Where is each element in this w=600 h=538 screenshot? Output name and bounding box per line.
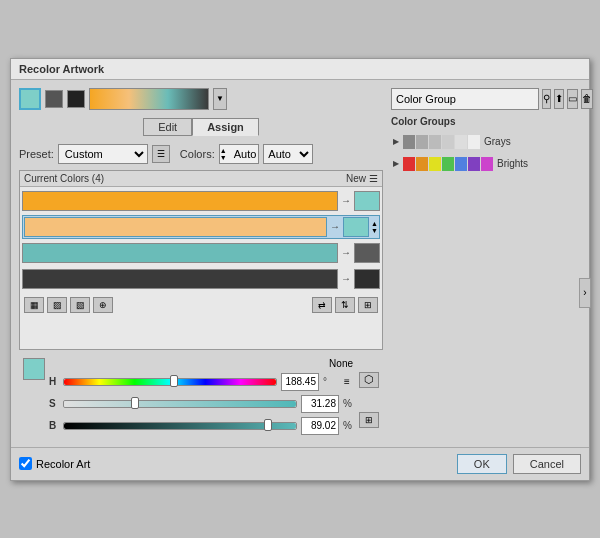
h-value: 188.45 — [281, 373, 319, 391]
cancel-button[interactable]: Cancel — [513, 454, 581, 474]
b-slider-row: B 89.02 % — [49, 417, 355, 435]
swatch — [481, 157, 493, 171]
hsb-color-swatch[interactable] — [23, 358, 45, 380]
swatch — [442, 135, 454, 149]
active-color-box[interactable] — [19, 88, 41, 110]
sort-icon[interactable]: ⇅ — [335, 297, 355, 313]
new-color-box-3[interactable] — [354, 243, 380, 263]
arrow-icon-1: → — [340, 195, 352, 206]
brights-swatches — [403, 157, 493, 171]
triangle-brights: ▶ — [393, 159, 399, 168]
color-group-input[interactable] — [391, 88, 539, 110]
table-bottom: ▦ ▨ ▧ ⊕ ⇄ ⇅ ⊞ — [20, 293, 382, 317]
color-rows: → → ▲ ▼ — [20, 187, 382, 293]
swatch — [455, 135, 467, 149]
ok-button[interactable]: OK — [457, 454, 507, 474]
separate-icon[interactable]: ▧ — [70, 297, 90, 313]
current-color-bar-2 — [24, 217, 327, 237]
b-unit: % — [343, 420, 355, 431]
current-color-bar-1 — [22, 191, 338, 211]
swatch — [416, 157, 428, 171]
title-bar: Recolor Artwork — [11, 59, 589, 80]
preset-select[interactable]: Custom — [58, 144, 148, 164]
new-label: New — [346, 173, 366, 184]
hsb-section: None H 188.45 ° ≡ — [19, 354, 383, 439]
assign-tab[interactable]: Assign — [192, 118, 259, 136]
h-label: H — [49, 376, 59, 387]
swatch — [442, 157, 454, 171]
swatch — [468, 135, 480, 149]
right-collapse-tab[interactable]: › — [579, 278, 591, 308]
h-slider-thumb[interactable] — [170, 375, 178, 387]
b-label: B — [49, 420, 59, 431]
b-value: 89.02 — [301, 417, 339, 435]
new-color-box-4[interactable] — [354, 269, 380, 289]
left-panel: ▼ Edit Assign Preset: Custom ☰ Colors: ▲… — [19, 88, 383, 439]
s-slider-thumb[interactable] — [131, 397, 139, 409]
color-group-item-brights[interactable]: ▶ Brights — [391, 155, 581, 173]
edit-tab[interactable]: Edit — [143, 118, 192, 136]
current-color-bar-4 — [22, 269, 338, 289]
current-color-bar-3 — [22, 243, 338, 263]
table-row[interactable]: → — [22, 241, 380, 265]
colors-table: Current Colors (4) New ☰ → — [19, 170, 383, 350]
colors-value: Auto — [232, 148, 259, 160]
add-row-icon[interactable]: ▦ — [24, 297, 44, 313]
swatch — [455, 157, 467, 171]
sliders-column: None H 188.45 ° ≡ — [49, 358, 355, 435]
color-group-item-grays[interactable]: ▶ Grays — [391, 133, 581, 151]
folder-icon[interactable]: ▭ — [567, 89, 578, 109]
b-slider-track[interactable] — [63, 422, 297, 430]
auto-select[interactable]: Auto — [263, 144, 313, 164]
tab-row: Edit Assign — [19, 118, 383, 136]
brights-group-name: Brights — [497, 158, 528, 169]
cube-icon[interactable]: ⬡ — [359, 372, 379, 388]
bottom-icons-right: ⇄ ⇅ ⊞ — [312, 297, 378, 313]
colors-spinner[interactable]: ▲ ▼ — [220, 147, 232, 161]
merge-icon[interactable]: ▨ — [47, 297, 67, 313]
table-row[interactable]: → — [22, 267, 380, 291]
h-slider-track[interactable] — [63, 378, 277, 386]
dialog-bottom: Recolor Art OK Cancel — [11, 447, 589, 480]
reorder-icon[interactable]: ⇄ — [312, 297, 332, 313]
recolor-artwork-dialog: Recolor Artwork ▼ Edit Assign Preset: — [10, 58, 590, 481]
gradient-preview — [89, 88, 209, 110]
view-icon[interactable]: ⊞ — [358, 297, 378, 313]
recolor-art-checkbox[interactable] — [19, 457, 32, 470]
triangle-grays: ▶ — [393, 137, 399, 146]
top-toolbar: ▼ — [19, 88, 383, 110]
s-slider-track[interactable] — [63, 400, 297, 408]
table-row[interactable]: → — [22, 189, 380, 213]
new-color-box-1[interactable] — [354, 191, 380, 211]
h-options-icon[interactable]: ≡ — [339, 374, 355, 390]
new-color-box-2[interactable] — [343, 217, 369, 237]
color-groups-label: Color Groups — [391, 114, 581, 129]
save-icon[interactable]: ⬆ — [554, 89, 564, 109]
preset-menu-icon[interactable]: ☰ — [152, 145, 170, 163]
swatch — [403, 157, 415, 171]
dark-color-box — [67, 90, 85, 108]
arrow-icon-4: → — [340, 273, 352, 284]
exclude-icon[interactable]: ⊕ — [93, 297, 113, 313]
h-slider-row: H 188.45 ° ≡ — [49, 373, 355, 391]
dialog-title: Recolor Artwork — [19, 63, 104, 75]
pin-icon[interactable]: ⚲ — [542, 89, 551, 109]
ok-cancel-buttons: OK Cancel — [457, 454, 581, 474]
none-label: None — [49, 358, 355, 369]
s-label: S — [49, 398, 59, 409]
preset-label: Preset: — [19, 148, 54, 160]
h-unit: ° — [323, 376, 335, 387]
color-harmony-dropdown[interactable]: ▼ — [213, 88, 227, 110]
s-value: 31.28 — [301, 395, 339, 413]
swatch — [429, 157, 441, 171]
bottom-icons-left: ▦ ▨ ▧ ⊕ — [24, 297, 113, 313]
row-options-icon[interactable]: ☰ — [369, 173, 378, 184]
recolor-art-label: Recolor Art — [36, 458, 90, 470]
row-expand-2[interactable]: ▲ ▼ — [371, 220, 378, 234]
s-unit: % — [343, 398, 355, 409]
colors-header: Current Colors (4) New ☰ — [20, 171, 382, 187]
table-row[interactable]: → ▲ ▼ — [22, 215, 380, 239]
delete-icon[interactable]: 🗑 — [581, 89, 593, 109]
grid-icon[interactable]: ⊞ — [359, 412, 379, 428]
b-slider-thumb[interactable] — [264, 419, 272, 431]
